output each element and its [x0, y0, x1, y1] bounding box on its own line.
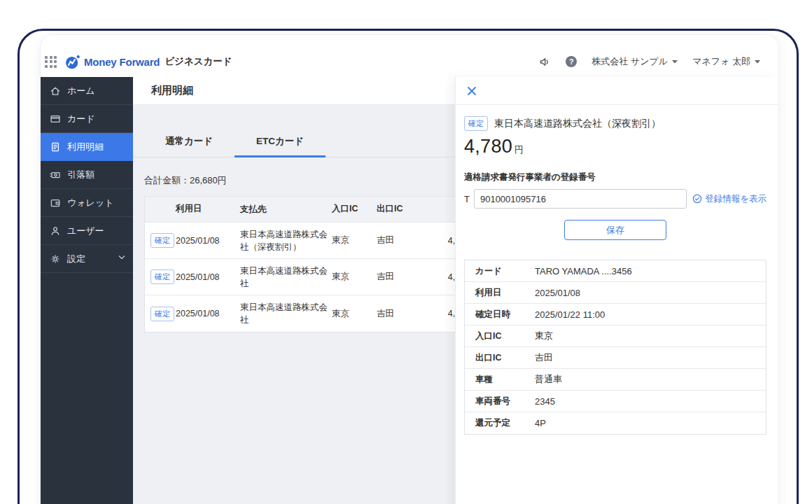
detail-value: 吉田 — [535, 351, 553, 364]
merchant: 東日本高速道路株式会社（深夜割引） — [240, 228, 332, 253]
entrance-ic: 東京 — [332, 234, 377, 246]
merchant: 東日本高速道路株式会社 — [240, 265, 332, 290]
statement-content: 通常カード ETCカード 合計金額：26,680円 利用日 支払先 入口IC 出… — [133, 105, 455, 504]
detail-value: 4P — [535, 418, 546, 428]
sidebar-item-label: ホーム — [67, 85, 95, 97]
col-exit-ic: 出口IC — [377, 197, 421, 222]
sidebar-item-cards[interactable]: カード — [41, 105, 133, 133]
detail-label: 入口IC — [465, 330, 535, 342]
statement-table: 利用日 支払先 入口IC 出口IC 確定 2025/01/08 東日本高速道路株… — [144, 196, 477, 332]
company-name: 株式会社 サンプル — [592, 55, 668, 68]
card-icon — [50, 113, 61, 125]
detail-row: 還元予定 4P — [465, 412, 766, 434]
sidebar-item-home[interactable]: ホーム — [41, 77, 133, 105]
status-badge: 確定 — [150, 307, 174, 321]
table-header-row: 利用日 支払先 入口IC 出口IC — [145, 197, 477, 223]
page-title: 利用明細 — [133, 77, 455, 105]
detail-row: 車両番号 2345 — [465, 391, 766, 412]
help-icon[interactable]: ? — [566, 56, 577, 67]
detail-table: カード TARO YAMADA ....3456 利用日 2025/01/08 … — [464, 260, 766, 435]
brand-name: Money Forward — [84, 56, 160, 68]
entrance-ic: 東京 — [332, 308, 377, 320]
detail-row: 利用日 2025/01/08 — [465, 282, 766, 304]
card-type-tabs: 通常カード ETCカード — [133, 135, 455, 158]
user-name: マネフォ 太郎 — [692, 55, 750, 68]
money-forward-logo[interactable]: Money Forward ビジネスカード — [65, 55, 232, 69]
amount-unit: 円 — [514, 144, 524, 156]
detail-value: TARO YAMADA ....3456 — [535, 266, 632, 276]
sidebar-item-statements[interactable]: 利用明細 — [41, 133, 133, 161]
sidebar-item-withdrawal[interactable]: 引落額 — [41, 161, 133, 189]
table-row[interactable]: 確定 2025/01/08 東日本高速道路株式会社（深夜割引） 東京 吉田 4,… — [145, 223, 477, 259]
status-badge: 確定 — [150, 233, 174, 248]
apps-grid-icon[interactable] — [45, 56, 57, 68]
sidebar-item-users[interactable]: ユーザー — [41, 217, 133, 245]
col-date: 利用日 — [176, 197, 240, 222]
detail-label: 利用日 — [465, 287, 535, 299]
show-registration-info-label: 登録情報を表示 — [705, 193, 766, 205]
col-entrance-ic: 入口IC — [332, 197, 377, 222]
status-badge: 確定 — [464, 116, 488, 131]
save-button[interactable]: 保存 — [564, 220, 666, 240]
sidebar-item-settings[interactable]: 設定 — [41, 245, 133, 273]
detail-row: 入口IC 東京 — [465, 326, 766, 347]
caret-down-icon — [755, 60, 760, 64]
status-badge: 確定 — [150, 270, 174, 284]
sidebar-item-label: ユーザー — [67, 225, 104, 237]
usage-date: 2025/01/08 — [176, 272, 240, 282]
sidebar-item-wallet[interactable]: ウォレット — [41, 189, 133, 217]
detail-row: 出口IC 吉田 — [465, 347, 766, 369]
sidebar: ホーム カード 利用明細 引落額 ウォレット ユーザー — [41, 77, 133, 504]
close-icon[interactable] — [466, 85, 479, 97]
show-registration-info-link[interactable]: 登録情報を表示 — [692, 193, 766, 205]
sidebar-item-label: ウォレット — [67, 197, 114, 209]
exit-ic: 吉田 — [377, 234, 421, 246]
entrance-ic: 東京 — [332, 271, 377, 283]
megaphone-icon[interactable] — [539, 56, 551, 68]
amount-value: 4,780 — [464, 136, 512, 158]
company-dropdown[interactable]: 株式会社 サンプル — [592, 55, 678, 68]
caret-down-icon — [672, 60, 678, 64]
sidebar-item-label: カード — [67, 113, 95, 125]
chevron-down-icon — [118, 253, 126, 264]
detail-label: 出口IC — [465, 352, 535, 364]
exit-ic: 吉田 — [377, 308, 421, 320]
check-circle-icon — [692, 194, 702, 204]
usage-date: 2025/01/08 — [176, 236, 240, 246]
money-forward-mark-icon — [65, 55, 80, 69]
total-amount-label: 合計金額：26,680円 — [144, 174, 455, 187]
detail-panel: 確定 東日本高速道路株式会社（深夜割引） 4,780 円 適格請求書発行事業者の… — [455, 77, 778, 504]
merchant-name: 東日本高速道路株式会社（深夜割引） — [494, 118, 661, 130]
wallet-icon — [50, 197, 61, 209]
tab-etc-card[interactable]: ETCカード — [234, 135, 326, 158]
detail-value: 東京 — [535, 330, 553, 342]
detail-label: 確定日時 — [465, 309, 535, 321]
user-icon — [50, 225, 61, 237]
detail-row: カード TARO YAMADA ....3456 — [465, 260, 766, 282]
tab-normal-card[interactable]: 通常カード — [144, 135, 234, 158]
statement-icon — [50, 141, 61, 153]
detail-value: 2025/01/08 — [535, 288, 580, 298]
sidebar-item-label: 利用明細 — [67, 141, 104, 153]
usage-date: 2025/01/08 — [176, 309, 240, 318]
detail-label: 還元予定 — [465, 417, 535, 429]
registration-number-label: 適格請求書発行事業者の登録番号 — [464, 172, 766, 183]
col-status — [145, 197, 176, 222]
table-row[interactable]: 確定 2025/01/08 東日本高速道路株式会社 東京 吉田 4,780 — [145, 259, 477, 295]
app-window: Money Forward ビジネスカード ? 株式会社 サンプル マネフォ 太… — [41, 35, 778, 504]
detail-value: 普通車 — [535, 373, 562, 386]
top-bar: Money Forward ビジネスカード ? 株式会社 サンプル マネフォ 太… — [41, 35, 778, 77]
detail-label: カード — [465, 265, 535, 277]
user-dropdown[interactable]: マネフォ 太郎 — [692, 55, 760, 68]
col-merchant: 支払先 — [240, 197, 332, 222]
gear-icon — [50, 253, 61, 265]
table-row[interactable]: 確定 2025/01/08 東日本高速道路株式会社 東京 吉田 4,780 — [145, 295, 477, 332]
product-name: ビジネスカード — [164, 55, 232, 68]
detail-label: 車両番号 — [465, 396, 535, 407]
registration-number-input[interactable] — [474, 189, 687, 209]
panel-header — [456, 77, 778, 105]
sidebar-item-label: 設定 — [67, 253, 85, 265]
exit-ic: 吉田 — [377, 271, 421, 283]
home-icon — [50, 85, 61, 97]
detail-value: 2345 — [535, 396, 555, 407]
